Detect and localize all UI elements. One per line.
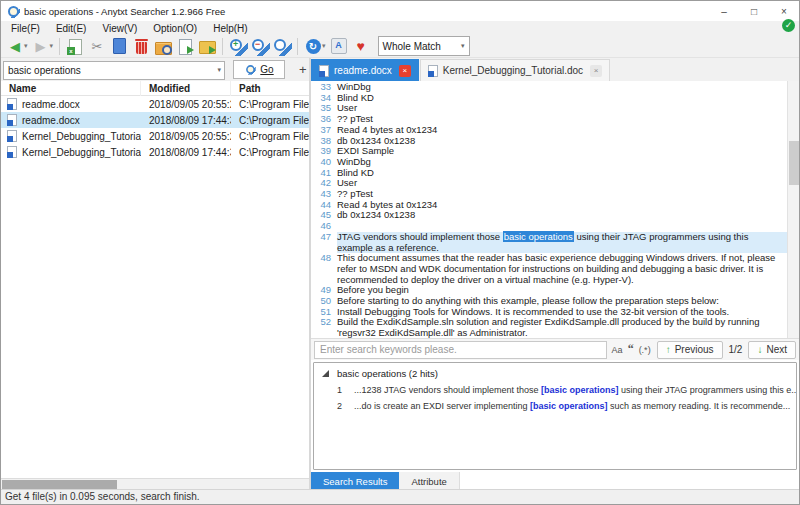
go-button[interactable]: Go [233, 60, 285, 79]
file-list-header: Name Modified Path [1, 81, 309, 96]
back-icon[interactable] [5, 37, 25, 56]
toolbar: ▾▾▾ Whole Match ▾ [1, 35, 799, 58]
vscrollbar-thumb[interactable] [789, 141, 799, 185]
line-text: User [337, 103, 787, 114]
delete-icon[interactable] [131, 37, 151, 56]
menu-item[interactable]: Help(H) [205, 23, 255, 34]
regex-button[interactable]: (.*) [639, 345, 651, 355]
forward-icon[interactable] [31, 37, 51, 56]
zoom-out-icon[interactable] [250, 37, 270, 56]
result-group-header[interactable]: basic operations (2 hits) [314, 363, 796, 382]
line-text: EXDI Sample [337, 146, 787, 157]
doc-line: 37Read 4 bytes at 0x1234 [311, 125, 787, 136]
refresh-icon[interactable] [303, 37, 323, 56]
tab-close-icon[interactable]: × [399, 65, 411, 77]
cut-icon[interactable] [87, 37, 107, 56]
line-text: db 0x1234 0x1238 [337, 210, 787, 221]
match-mode-select[interactable]: Whole Match ▾ [378, 36, 470, 56]
favorite-icon[interactable] [351, 37, 371, 56]
word-doc-icon [428, 65, 438, 77]
zoom-in-icon[interactable] [228, 37, 248, 56]
result-match: [basic operations] [541, 385, 619, 395]
line-text: This document assumes that the reader ha… [337, 253, 787, 285]
file-path: C:\Program Files (x86)\ [231, 147, 309, 158]
menu-item[interactable]: Edit(E) [48, 23, 95, 34]
file-row[interactable]: Kernel_Debugging_Tutorial....2018/08/09 … [1, 144, 309, 160]
file-path: C:\Program Files (x86)\ [231, 99, 309, 110]
tab-search-results[interactable]: Search Results [311, 472, 399, 490]
match-case-button[interactable]: Aa [612, 345, 623, 355]
line-text: db 0x1234 0x1238 [337, 136, 787, 147]
word-doc-icon [7, 130, 17, 142]
document-tab-bar: readme.docx×Kernel_Debugging_Tutorial.do… [311, 58, 799, 81]
search-input[interactable] [3, 61, 225, 80]
file-path: C:\Program Files (x86)\ [231, 131, 309, 142]
file-name: readme.docx [22, 99, 80, 110]
menu-item[interactable]: File(F) [3, 23, 48, 34]
document-view: 33WinDbg34Blind KD35User36?? pTest37Read… [311, 81, 787, 338]
next-label: Next [766, 344, 787, 355]
tab-close-icon[interactable]: × [590, 65, 602, 77]
document-vscrollbar[interactable] [787, 81, 799, 338]
document-tab[interactable]: Kernel_Debugging_Tutorial.doc× [420, 59, 610, 81]
column-header-modified[interactable]: Modified [141, 81, 231, 96]
line-text: Build the ExdiKdSample.sln solution and … [337, 317, 787, 338]
tab-attribute[interactable]: Attribute [399, 472, 459, 490]
result-row[interactable]: 2...do is create an EXDI server implemen… [314, 398, 796, 414]
translate-icon[interactable] [329, 37, 349, 56]
chevron-down-icon[interactable]: ▾ [217, 66, 221, 74]
doc-go-icon[interactable] [175, 37, 195, 56]
menu-item[interactable]: View(V) [94, 23, 145, 34]
tree-expander-icon[interactable] [322, 370, 329, 377]
tab-label: Kernel_Debugging_Tutorial.doc [443, 65, 583, 76]
search-folder-icon[interactable] [153, 37, 173, 56]
previous-label: Previous [675, 344, 714, 355]
maximize-button[interactable]: □ [739, 1, 769, 21]
folder-go-icon[interactable] [197, 37, 217, 56]
app-logo-icon [7, 5, 20, 18]
paste-icon[interactable] [109, 37, 129, 56]
close-button[interactable]: × [769, 1, 799, 21]
line-text: WinDbg [337, 82, 787, 93]
file-name: Kernel_Debugging_Tutorial.... [22, 147, 141, 158]
line-number: 47 [311, 232, 337, 253]
previous-button[interactable]: Previous [657, 341, 723, 359]
file-path: C:\Program Files (x86)\ [231, 115, 309, 126]
match-counter: 1/2 [729, 344, 743, 355]
file-row[interactable]: readme.docx2018/08/09 17:44:32C:\Program… [1, 112, 309, 128]
result-row[interactable]: 1...1238 JTAG vendors should implement t… [314, 382, 796, 398]
file-name: readme.docx [22, 115, 80, 126]
doc-line: 33WinDbg [311, 82, 787, 93]
search-combobox[interactable]: ▾ [3, 60, 225, 79]
file-list: Name Modified Path readme.docx2018/09/05… [1, 81, 309, 476]
file-row[interactable]: Kernel_Debugging_Tutorial....2018/09/05 … [1, 128, 309, 144]
next-button[interactable]: Next [748, 341, 796, 359]
menu-item[interactable]: Option(O) [145, 23, 205, 34]
minimize-button[interactable]: – [709, 1, 739, 21]
line-text: WinDbg [337, 157, 787, 168]
toolbar-separator [297, 38, 298, 55]
line-text: Read 4 bytes at 0x1234 [337, 125, 787, 136]
result-match: [basic operations] [530, 401, 608, 411]
result-text: ...do is create an EXDI server implement… [354, 398, 796, 414]
whole-word-button[interactable]: “ [628, 342, 634, 357]
line-text: JTAG vendors should implement those basi… [337, 232, 787, 253]
find-input[interactable] [314, 341, 607, 359]
status-bar: Get 4 file(s) in 0.095 seconds, search f… [1, 489, 799, 504]
zoom-icon[interactable] [272, 37, 292, 56]
word-doc-icon [7, 114, 17, 126]
line-number: 48 [311, 253, 337, 285]
new-doc-icon[interactable] [65, 37, 85, 56]
word-doc-icon [7, 146, 17, 158]
column-header-path[interactable]: Path [231, 81, 309, 96]
add-tab-button[interactable]: + [299, 62, 307, 77]
match-mode-value: Whole Match [383, 41, 441, 52]
index-status-icon[interactable]: ✓ [782, 19, 795, 32]
document-tab[interactable]: readme.docx× [311, 59, 419, 81]
window-title: basic operations - Anytxt Searcher 1.2.9… [24, 6, 225, 17]
doc-line: 47JTAG vendors should implement those ba… [311, 232, 787, 253]
tab-label: readme.docx [334, 65, 392, 76]
result-index: 1 [314, 382, 354, 398]
file-row[interactable]: readme.docx2018/09/05 20:55:28C:\Program… [1, 96, 309, 112]
column-header-name[interactable]: Name [1, 81, 141, 96]
